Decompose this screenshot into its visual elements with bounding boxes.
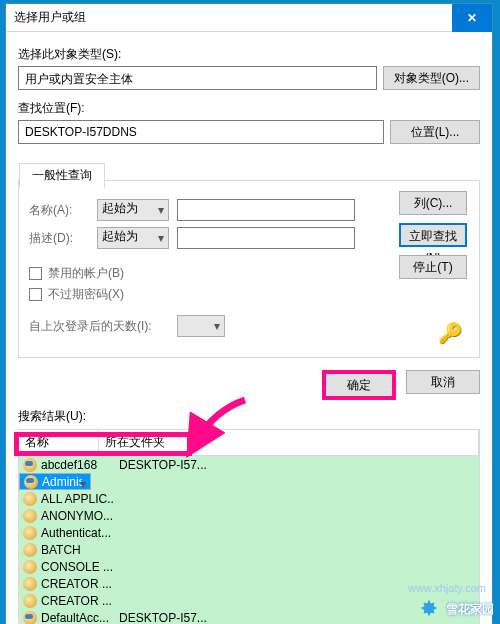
disabled-accounts-label: 禁用的帐户(B) — [48, 265, 124, 282]
close-button[interactable]: ✕ — [452, 4, 492, 32]
object-types-button[interactable]: 对象类型(O)... — [383, 66, 480, 90]
column-folder[interactable]: 所在文件夹 — [99, 430, 479, 455]
user-icon — [24, 475, 38, 489]
grid-header: 名称 所在文件夹 — [19, 430, 479, 456]
table-row[interactable]: CONSOLE ... — [19, 558, 479, 575]
key-icon: 🔑 — [438, 321, 463, 345]
table-row[interactable]: ALL APPLIC... — [19, 490, 479, 507]
user-icon — [23, 611, 37, 625]
row-name: CREATOR ... — [41, 594, 115, 608]
table-row[interactable]: BATCH — [19, 541, 479, 558]
grid-body: abcdef168DESKTOP-I57...Administrat...DES… — [19, 456, 479, 624]
column-name[interactable]: 名称 — [19, 430, 99, 455]
desc-mode-value: 起始为 — [102, 229, 138, 243]
row-name: CREATOR ... — [41, 577, 115, 591]
window-title: 选择用户或组 — [14, 9, 86, 26]
table-row[interactable]: ANONYMO... — [19, 507, 479, 524]
name-mode-select[interactable]: 起始为 — [97, 199, 169, 221]
search-results-label: 搜索结果(U): — [18, 408, 480, 425]
group-icon — [23, 560, 37, 574]
group-icon — [23, 594, 37, 608]
table-row[interactable]: abcdef168DESKTOP-I57... — [19, 456, 479, 473]
row-name: Administrat... — [42, 475, 82, 489]
table-row[interactable]: DefaultAcc...DESKTOP-I57... — [19, 609, 479, 624]
columns-button[interactable]: 列(C)... — [399, 191, 467, 215]
cancel-button[interactable]: 取消 — [406, 370, 480, 394]
name-label: 名称(A): — [29, 202, 89, 219]
stop-button[interactable]: 停止(T) — [399, 255, 467, 279]
ok-button[interactable]: 确定 — [322, 370, 396, 400]
group-icon — [23, 509, 37, 523]
query-panel: 一般性查询 列(C)... 立即查找(N) 停止(T) 名称(A): 起始为 描… — [18, 180, 480, 358]
side-buttons: 列(C)... 立即查找(N) 停止(T) — [399, 191, 467, 279]
snowflake-icon — [418, 598, 440, 620]
desc-label: 描述(D): — [29, 230, 89, 247]
watermark-text: 雪花家园 — [446, 601, 494, 618]
row-name: abcdef168 — [41, 458, 115, 472]
object-type-value: 用户或内置安全主体 — [25, 72, 133, 86]
watermark-url: www.xhjaty.com — [408, 582, 486, 594]
row-name: Authenticat... — [41, 526, 115, 540]
results-grid: 名称 所在文件夹 abcdef168DESKTOP-I57...Administ… — [18, 429, 480, 624]
locations-button[interactable]: 位置(L)... — [390, 120, 480, 144]
name-mode-value: 起始为 — [102, 201, 138, 215]
location-value: DESKTOP-I57DDNS — [25, 125, 137, 139]
row-name: ANONYMO... — [41, 509, 115, 523]
dialog-window: 选择用户或组 ✕ 选择此对象类型(S): 用户或内置安全主体 对象类型(O)..… — [5, 3, 493, 624]
title-bar[interactable]: 选择用户或组 ✕ — [6, 4, 492, 32]
group-icon — [23, 526, 37, 540]
desc-mode-select[interactable]: 起始为 — [97, 227, 169, 249]
find-now-button[interactable]: 立即查找(N) — [399, 223, 467, 247]
row-folder: DESKTOP-I57... — [119, 458, 479, 472]
row-name: ALL APPLIC... — [41, 492, 115, 506]
row-name: DefaultAcc... — [41, 611, 115, 625]
name-input[interactable] — [177, 199, 355, 221]
table-row[interactable]: Authenticat... — [19, 524, 479, 541]
desc-input[interactable] — [177, 227, 355, 249]
object-type-field: 用户或内置安全主体 — [18, 66, 377, 90]
group-icon — [23, 543, 37, 557]
table-row[interactable]: Administrat...DESKTOP-I57... — [19, 473, 91, 490]
row-name: BATCH — [41, 543, 115, 557]
location-label: 查找位置(F): — [18, 100, 480, 117]
watermark: 雪花家园 — [418, 598, 494, 620]
dialog-body: 选择此对象类型(S): 用户或内置安全主体 对象类型(O)... 查找位置(F)… — [6, 32, 492, 624]
action-row: 确定 取消 — [18, 370, 480, 400]
non-expiring-pw-checkbox[interactable]: 不过期密码(X) — [29, 286, 469, 303]
user-icon — [23, 458, 37, 472]
row-name: CONSOLE ... — [41, 560, 115, 574]
close-icon: ✕ — [467, 11, 477, 25]
checkbox-icon — [29, 288, 42, 301]
group-icon — [23, 577, 37, 591]
tab-common-queries[interactable]: 一般性查询 — [19, 163, 105, 188]
non-expiring-pw-label: 不过期密码(X) — [48, 286, 124, 303]
table-row[interactable]: CREATOR ... — [19, 592, 479, 609]
object-type-label: 选择此对象类型(S): — [18, 46, 480, 63]
days-since-logon-label: 自上次登录后的天数(I): — [29, 318, 169, 335]
location-field: DESKTOP-I57DDNS — [18, 120, 384, 144]
checkbox-icon — [29, 267, 42, 280]
days-select[interactable] — [177, 315, 225, 337]
group-icon — [23, 492, 37, 506]
